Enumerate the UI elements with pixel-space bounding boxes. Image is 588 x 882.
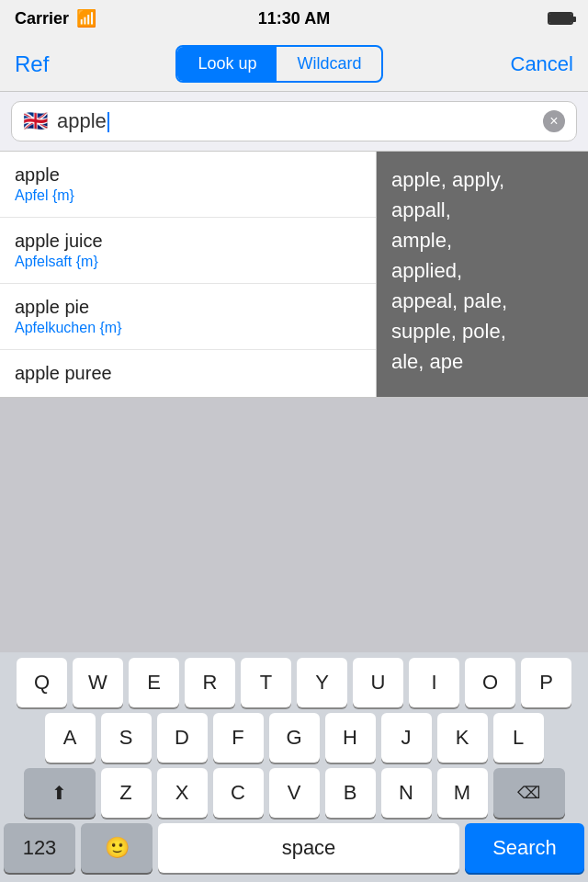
key-i[interactable]: I [409, 658, 459, 707]
suggestion-sub: Apfel {m} [15, 187, 361, 204]
key-t[interactable]: T [241, 658, 291, 707]
key-v[interactable]: V [269, 768, 320, 818]
key-o[interactable]: O [465, 658, 515, 707]
shift-key[interactable]: ⬆ [24, 768, 96, 818]
key-l[interactable]: L [493, 713, 544, 763]
key-f[interactable]: F [213, 713, 264, 763]
key-k[interactable]: K [437, 713, 488, 763]
suggestion-item[interactable]: apple Apfel {m} [0, 152, 376, 218]
key-w[interactable]: W [73, 658, 123, 707]
wifi-icon: 📶 [76, 8, 96, 28]
number-key[interactable]: 123 [4, 823, 75, 873]
key-a[interactable]: A [45, 713, 96, 763]
suggestion-item[interactable]: apple juice Apfelsaft {m} [0, 218, 376, 284]
suggestion-main: apple juice [15, 231, 361, 252]
keyboard-bottom-row: 123 🙂 space Search [0, 818, 588, 882]
delete-key[interactable]: ⌫ [493, 768, 565, 818]
suggestion-main: apple puree [15, 363, 361, 384]
suggestions-right[interactable]: apple, apply,appall,ample,applied,appeal… [377, 152, 588, 397]
search-input[interactable]: apple [57, 109, 534, 133]
emoji-icon: 🙂 [105, 836, 130, 860]
keyboard-row-3: ⬆ Z X C V B N M ⌫ [0, 763, 588, 818]
key-c[interactable]: C [213, 768, 264, 818]
flag-icon: 🇬🇧 [23, 109, 48, 133]
key-e[interactable]: E [129, 658, 179, 707]
clear-button[interactable]: × [543, 110, 565, 132]
suggestion-sub: Apfelsaft {m} [15, 254, 361, 270]
key-x[interactable]: X [157, 768, 208, 818]
key-p[interactable]: P [521, 658, 571, 707]
wildcard-results: apple, apply,appall,ample,applied,appeal… [391, 164, 573, 377]
key-y[interactable]: Y [297, 658, 347, 707]
key-b[interactable]: B [325, 768, 376, 818]
suggestions-left: apple Apfel {m} apple juice Apfelsaft {m… [0, 152, 377, 397]
key-d[interactable]: D [157, 713, 208, 763]
keyboard-row-2: A S D F G H J K L [0, 707, 588, 763]
battery-icon [548, 12, 573, 25]
suggestion-sub: Apfelkuchen {m} [15, 320, 361, 336]
key-q[interactable]: Q [17, 658, 67, 707]
key-s[interactable]: S [101, 713, 152, 763]
suggestion-item[interactable]: apple puree [0, 350, 376, 397]
search-input-wrapper[interactable]: 🇬🇧 apple × [11, 101, 577, 141]
suggestions-container: apple Apfel {m} apple juice Apfelsaft {m… [0, 152, 588, 398]
key-g[interactable]: G [269, 713, 320, 763]
emoji-key[interactable]: 🙂 [81, 823, 153, 873]
search-button[interactable]: Search [465, 823, 584, 873]
status-bar: Carrier 📶 11:30 AM [0, 0, 588, 37]
nav-bar: Ref Look up Wildcard Cancel [0, 37, 588, 92]
suggestion-main: apple pie [15, 297, 361, 318]
key-m[interactable]: M [437, 768, 488, 818]
suggestion-main: apple [15, 164, 361, 186]
key-r[interactable]: R [185, 658, 235, 707]
lookup-tab[interactable]: Look up [177, 47, 277, 81]
carrier-label: Carrier [15, 9, 69, 28]
space-key[interactable]: space [158, 823, 459, 873]
shift-icon: ⬆ [51, 782, 67, 804]
key-h[interactable]: H [325, 713, 376, 763]
wildcard-tab[interactable]: Wildcard [277, 47, 381, 81]
time-label: 11:30 AM [258, 9, 330, 28]
key-z[interactable]: Z [101, 768, 152, 818]
segment-control: Look up Wildcard [175, 45, 383, 83]
keyboard: Q W E R T Y U I O P A S D F G H J K L ⬆ … [0, 652, 588, 882]
key-j[interactable]: J [381, 713, 432, 763]
search-area: 🇬🇧 apple × [0, 92, 588, 152]
keyboard-row-1: Q W E R T Y U I O P [0, 652, 588, 707]
suggestion-item[interactable]: apple pie Apfelkuchen {m} [0, 284, 376, 350]
key-u[interactable]: U [353, 658, 403, 707]
ref-button[interactable]: Ref [15, 51, 49, 77]
cancel-button[interactable]: Cancel [511, 52, 573, 76]
key-n[interactable]: N [381, 768, 432, 818]
delete-icon: ⌫ [517, 783, 540, 803]
